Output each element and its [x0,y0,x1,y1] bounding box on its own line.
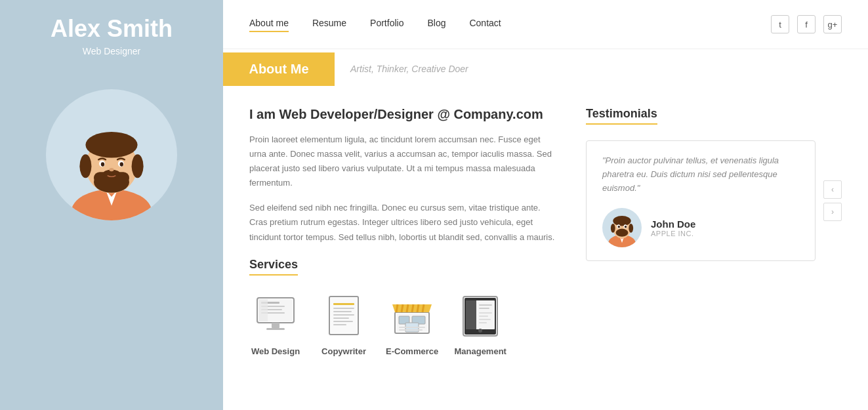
svg-point-4 [85,132,137,158]
avatar [46,89,177,220]
svg-rect-26 [333,303,354,305]
svg-rect-54 [479,316,488,317]
social-icons: t f g+ [771,15,842,33]
bio-title: I am Web Developer/Designer @ Company.co… [249,107,560,122]
svg-rect-51 [479,304,492,306]
svg-rect-45 [399,327,425,328]
testimonial-avatar [602,208,642,247]
svg-rect-21 [272,323,279,328]
svg-point-70 [619,229,625,232]
about-subtitle: Artist, Thinker, Creative Doer [335,64,468,74]
svg-point-69 [625,226,627,228]
about-banner: About Me Artist, Thinker, Creative Doer [223,49,868,89]
testimonial-nav-arrows: ‹ › [823,180,842,221]
svg-point-5 [79,154,91,178]
nav-portfolio[interactable]: Portfolio [370,18,403,31]
svg-rect-30 [333,318,349,319]
testimonials-section: Testimonials "Proin auctor pulvinar tell… [586,107,842,410]
svg-point-11 [101,162,104,166]
bio-para-1: Proin laoreet elementum ligula, ac tinci… [249,133,560,190]
svg-line-38 [407,304,408,312]
about-label: About Me [223,52,335,86]
svg-point-6 [132,154,144,178]
nav-contact[interactable]: Contact [469,18,501,31]
twitter-icon[interactable]: t [771,15,789,33]
sidebar-name: Alex Smith [51,16,173,42]
svg-rect-56 [479,322,487,323]
bio-para-2: Sed eleifend sed nibh nec fringilla. Don… [249,201,560,244]
svg-rect-27 [333,308,354,309]
svg-point-63 [611,224,615,233]
svg-point-64 [629,224,633,233]
svg-rect-29 [333,314,354,316]
svg-rect-52 [479,308,489,309]
testimonial-company: APPLE INC. [651,230,695,237]
svg-rect-23 [258,299,268,321]
main-content: About me Resume Portfolio Blog Contact t… [223,0,868,410]
testimonial-person: John Doe APPLE INC. [602,208,799,247]
service-ecommerce-label: E-Commerce [386,346,438,356]
testimonial-card: "Proin auctor pulvinar tellus, et venena… [586,140,816,261]
svg-rect-22 [266,328,285,330]
svg-rect-55 [479,319,491,320]
svg-point-62 [613,216,630,226]
svg-rect-50 [466,300,476,329]
svg-rect-53 [479,312,492,314]
service-web-design: Web Design [249,293,302,356]
svg-point-68 [618,226,620,228]
svg-line-40 [417,304,419,312]
testimonial-name: John Doe [651,218,695,230]
top-nav: About me Resume Portfolio Blog Contact t… [223,0,868,49]
service-web-design-label: Web Design [251,346,300,356]
service-copywriter-label: Copywriter [321,346,366,356]
service-management: Management [454,293,506,356]
testimonial-prev-arrow[interactable]: ‹ [823,180,842,199]
svg-line-41 [423,304,424,312]
svg-point-14 [109,167,114,171]
svg-line-37 [402,304,403,312]
sidebar-title: Web Designer [83,46,140,56]
nav-links: About me Resume Portfolio Blog Contact [249,18,501,31]
svg-rect-32 [333,324,346,325]
services-section: Services [249,258,560,356]
nav-about-me[interactable]: About me [249,18,289,31]
left-content: I am Web Developer/Designer @ Company.co… [249,107,560,410]
testimonials-title: Testimonials [586,107,657,125]
service-ecommerce: E-Commerce [386,293,438,356]
services-grid: Web Design [249,293,560,356]
svg-line-39 [412,304,413,312]
testimonial-info: John Doe APPLE INC. [651,218,695,237]
testimonial-card-wrapper: "Proin auctor pulvinar tellus, et venena… [586,140,842,261]
service-management-label: Management [454,346,506,356]
nav-blog[interactable]: Blog [427,18,445,31]
nav-resume[interactable]: Resume [312,18,346,31]
services-title: Services [249,258,298,276]
service-copywriter: Copywriter [318,293,370,356]
svg-rect-28 [333,311,352,312]
svg-rect-46 [399,329,423,331]
svg-point-12 [120,162,123,166]
facebook-icon[interactable]: f [797,15,816,33]
testimonial-next-arrow[interactable]: › [823,203,842,221]
sidebar: Alex Smith Web Designer [0,0,223,410]
svg-line-36 [396,304,398,312]
content-area: I am Web Developer/Designer @ Company.co… [223,89,868,410]
svg-point-57 [478,329,482,333]
svg-rect-31 [333,321,353,322]
google-plus-icon[interactable]: g+ [823,15,842,33]
testimonial-quote: "Proin auctor pulvinar tellus, et venena… [602,154,799,195]
